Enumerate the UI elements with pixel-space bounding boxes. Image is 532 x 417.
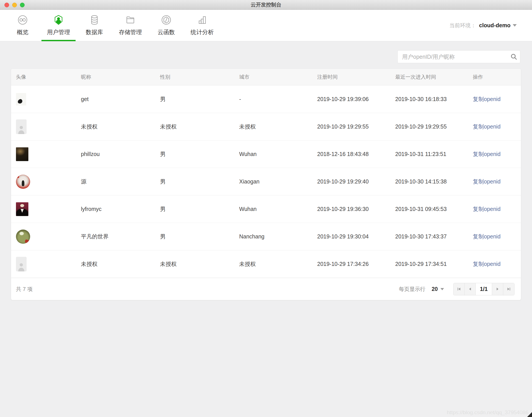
registered-cell: 2019-10-29 17:34:26 xyxy=(317,261,395,267)
traffic-lights xyxy=(4,3,25,7)
nickname-cell: 未授权 xyxy=(81,123,160,130)
minimize-window-icon[interactable] xyxy=(12,3,17,7)
environment-label: 当前环境： xyxy=(449,22,476,29)
per-page-value: 20 xyxy=(432,286,438,292)
user-search xyxy=(397,50,520,63)
column-header-registered: 注册时间 xyxy=(317,73,395,80)
copy-openid-link[interactable]: 复制openid xyxy=(473,178,500,185)
city-cell: Wuhan xyxy=(239,151,317,157)
user-table-card: 头像 昵称 性别 城市 注册时间 最近一次进入时间 操作 get 男 - 201… xyxy=(11,68,521,300)
registered-cell: 2018-12-16 18:43:48 xyxy=(317,151,395,157)
city-cell: 未授权 xyxy=(239,123,317,130)
column-header-actions: 操作 xyxy=(473,73,521,80)
page-indicator: 1/1 xyxy=(476,283,492,295)
column-header-city: 城市 xyxy=(239,73,317,80)
window-titlebar: 云开发控制台 xyxy=(0,0,532,10)
tab-database[interactable]: 数据库 xyxy=(76,10,112,41)
last-entry-cell: 2019-10-30 14:15:38 xyxy=(395,178,473,185)
environment-value: cloud-demo xyxy=(479,22,511,29)
gender-cell: 男 xyxy=(160,233,239,240)
gender-cell: 未授权 xyxy=(160,123,239,130)
tab-statistics[interactable]: 统计分析 xyxy=(184,10,220,41)
nav-items: 概览 用户管理 数据库 存储管理 xyxy=(5,10,220,41)
tab-overview[interactable]: 概览 xyxy=(5,10,41,41)
copy-openid-link[interactable]: 复制openid xyxy=(473,124,500,130)
copy-openid-link[interactable]: 复制openid xyxy=(473,151,500,157)
city-cell: - xyxy=(239,96,317,102)
close-window-icon[interactable] xyxy=(4,3,9,7)
column-header-last-entry: 最近一次进入时间 xyxy=(395,73,473,80)
search-input[interactable] xyxy=(398,54,508,60)
user-avatar xyxy=(16,175,30,189)
watermark-text: https://blog.csdn.net/qq_37954086 xyxy=(447,409,528,416)
search-icon xyxy=(511,53,517,60)
tab-label: 概览 xyxy=(17,28,28,36)
per-page-dropdown[interactable]: 20 xyxy=(432,286,444,292)
copy-openid-link[interactable]: 复制openid xyxy=(473,96,500,102)
last-entry-cell: 2019-10-31 09:45:53 xyxy=(395,206,473,212)
search-button[interactable] xyxy=(508,51,520,63)
window-title: 云开发控制台 xyxy=(251,1,281,8)
table-row: get 男 - 2019-10-29 19:39:06 2019-10-30 1… xyxy=(11,85,521,113)
nickname-cell: phillzou xyxy=(81,151,160,157)
nickname-cell: 源 xyxy=(81,178,160,185)
city-cell: Nanchang xyxy=(239,233,317,240)
first-page-icon xyxy=(457,287,461,291)
city-cell: 未授权 xyxy=(239,260,317,268)
last-entry-cell: 2019-10-29 19:29:55 xyxy=(395,124,473,130)
person-silhouette-icon xyxy=(18,262,25,271)
user-avatar xyxy=(16,229,30,244)
first-page-button[interactable] xyxy=(454,283,465,295)
tab-label: 数据库 xyxy=(86,28,103,36)
top-navbar: 概览 用户管理 数据库 存储管理 xyxy=(0,10,532,41)
copy-openid-link[interactable]: 复制openid xyxy=(473,261,500,267)
table-row: 未授权 未授权 未授权 2019-10-29 17:34:26 2019-10-… xyxy=(11,250,521,278)
last-entry-cell: 2019-10-29 17:34:51 xyxy=(395,261,473,267)
statistics-icon xyxy=(197,15,207,25)
gender-cell: 男 xyxy=(160,150,239,158)
tab-label: 统计分析 xyxy=(191,28,214,36)
next-page-icon xyxy=(496,287,500,291)
gender-cell: 男 xyxy=(160,178,239,185)
column-header-nickname: 昵称 xyxy=(81,73,160,80)
environment-selector: 当前环境： cloud-demo xyxy=(449,10,517,41)
chevron-down-icon xyxy=(513,24,517,27)
last-entry-cell: 2019-10-30 17:43:37 xyxy=(395,233,473,240)
table-row: 源 男 Xiaogan 2019-10-29 19:29:40 2019-10-… xyxy=(11,168,521,195)
table-row: lyfromyc 男 Wuhan 2019-10-29 19:36:30 201… xyxy=(11,195,521,223)
user-avatar xyxy=(16,147,28,161)
tab-label: 云函数 xyxy=(158,28,175,36)
tab-label: 存储管理 xyxy=(119,28,142,36)
environment-dropdown[interactable]: cloud-demo xyxy=(479,22,517,29)
copy-openid-link[interactable]: 复制openid xyxy=(473,233,500,240)
gender-cell: 未授权 xyxy=(160,260,239,268)
last-entry-cell: 2019-10-31 11:23:51 xyxy=(395,151,473,157)
zoom-window-icon[interactable] xyxy=(20,3,25,7)
per-page-label: 每页显示行 xyxy=(399,286,425,293)
nickname-cell: 平凡的世界 xyxy=(81,233,160,240)
nickname-cell: get xyxy=(81,96,160,102)
registered-cell: 2019-10-29 19:29:55 xyxy=(317,124,395,130)
corner-triangle-decoration xyxy=(527,412,532,417)
table-row: phillzou 男 Wuhan 2018-12-16 18:43:48 201… xyxy=(11,140,521,168)
previous-page-button[interactable] xyxy=(465,283,476,295)
next-page-button[interactable] xyxy=(492,283,503,295)
table-header: 头像 昵称 性别 城市 注册时间 最近一次进入时间 操作 xyxy=(11,69,521,85)
copy-openid-link[interactable]: 复制openid xyxy=(473,206,500,212)
previous-page-icon xyxy=(468,287,472,291)
tab-storage[interactable]: 存储管理 xyxy=(112,10,148,41)
gender-cell: 男 xyxy=(160,95,239,103)
person-silhouette-icon xyxy=(18,125,25,134)
tab-user-management[interactable]: 用户管理 xyxy=(41,10,76,41)
tab-cloud-functions[interactable]: 云函数 xyxy=(148,10,184,41)
tab-label: 用户管理 xyxy=(47,28,70,36)
last-page-button[interactable] xyxy=(503,283,514,295)
column-header-gender: 性别 xyxy=(160,73,239,80)
registered-cell: 2019-10-29 19:36:30 xyxy=(317,206,395,212)
database-icon xyxy=(89,15,99,25)
nickname-cell: lyfromyc xyxy=(81,206,160,212)
table-row: 未授权 未授权 未授权 2019-10-29 19:29:55 2019-10-… xyxy=(11,113,521,140)
user-avatar xyxy=(16,202,28,216)
last-entry-cell: 2019-10-30 16:18:33 xyxy=(395,96,473,102)
cloud-function-icon xyxy=(161,15,171,25)
